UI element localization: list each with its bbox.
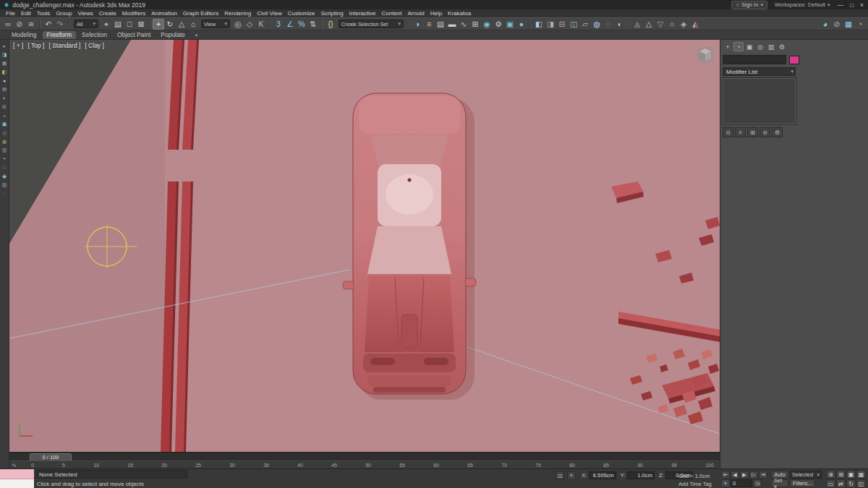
pin-stack-icon[interactable]: ⊙ [723,127,733,137]
dock-toolbar-icon[interactable]: ◨ [1,51,9,59]
ribbon-minimize-icon[interactable]: ▴ [195,32,198,38]
dock-toolbar-icon[interactable]: ▦ [1,59,9,67]
dock-toolbar-icon[interactable]: ◐ [1,94,9,102]
dock-toolbar-icon[interactable]: ⊞ [1,103,9,111]
display-panel-tab-icon[interactable]: ▥ [766,42,776,51]
use-pivot-point-center-icon[interactable]: ◎ [232,19,244,30]
make-unique-icon[interactable]: ⊞ [747,127,758,137]
motion-panel-tab-icon[interactable]: ◎ [755,42,765,51]
menu-item[interactable]: Arnold [405,10,427,17]
menu-item[interactable]: Help [427,10,445,17]
show-end-result-icon[interactable]: ≡ [735,127,746,137]
ribbon-tab-populate[interactable]: Populate [156,31,190,39]
remove-modifier-icon[interactable]: ⊖ [760,127,770,137]
dock-toolbar-icon[interactable]: □ [1,163,9,171]
minimize-button[interactable]: — [837,1,843,9]
dock-toolbar-icon[interactable]: ◒ [1,111,9,119]
menu-item[interactable]: Scripting [318,10,346,17]
custom-toolbar-icon[interactable]: ⊘ [831,19,843,30]
dock-toolbar-icon[interactable]: ◌ [1,189,9,197]
menu-item[interactable]: Interactive [346,10,379,17]
create-panel-tab-icon[interactable]: + [723,42,733,51]
open-mini-curve-editor-icon[interactable]: ∿ [12,462,17,468]
menu-item[interactable]: Content [379,10,405,17]
custom-toolbar-icon[interactable]: ◭ [689,19,701,30]
custom-toolbar-icon[interactable]: ◈ [678,19,689,30]
viewport-general-menu[interactable]: [ + ] [13,42,23,49]
select-and-rotate-icon[interactable]: ↻ [164,19,176,30]
render-production-icon[interactable]: ● [516,19,527,30]
menu-item[interactable]: Animation [148,10,180,17]
dock-toolbar-icon[interactable]: ◓ [1,155,9,163]
add-time-tag[interactable]: Add Time Tag [678,481,712,487]
curve-editor-icon[interactable]: ∿ [458,19,469,30]
snaps-toggle-icon[interactable]: 3 [273,19,284,30]
zoom-region-icon[interactable]: ▭ [826,479,835,488]
render-setup-icon[interactable]: ⚙ [493,19,504,30]
menu-item[interactable]: Civil View [254,10,285,17]
menu-item[interactable]: Views [75,10,96,17]
menu-item[interactable]: Edit [18,10,34,17]
custom-toolbar-icon[interactable]: ◫ [568,19,579,30]
y-coordinate-field[interactable]: 1.0cm [627,471,655,479]
selection-lock-toggle[interactable]: ⊡ [556,471,564,480]
maxscript-macro-row[interactable] [0,469,34,479]
dock-toolbar-icon[interactable]: ▸ [1,42,9,50]
menu-item[interactable]: Create [96,10,119,17]
zoom-extents-icon[interactable]: ▣ [846,470,856,479]
edit-named-selection-sets-icon[interactable]: {} [325,19,336,30]
key-mode-dropdown[interactable]: Selected ▾ [790,471,822,479]
dock-toolbar-icon[interactable]: ▥ [1,146,9,154]
menu-item[interactable]: Rendering [221,10,254,17]
maximize-button[interactable]: □ [850,1,854,9]
modifier-list-dropdown[interactable]: Modifier List ▾ [723,67,796,76]
set-keys-button[interactable]: + [721,479,730,487]
sign-in-button[interactable]: ○ Sign In ▾ [731,1,767,9]
modify-panel-tab-icon[interactable]: ◔ [733,42,744,51]
unlink-selection-icon[interactable]: ⊘ [14,19,25,30]
menu-item[interactable]: Modifiers [119,10,148,17]
custom-toolbar-icon[interactable]: ◌ [603,19,614,30]
hierarchy-panel-tab-icon[interactable]: ▣ [744,42,754,51]
dock-toolbar-icon[interactable]: ● [1,77,9,85]
custom-toolbar-icon[interactable]: ◔ [854,19,866,30]
custom-toolbar-icon[interactable]: ▱ [579,19,591,30]
align-icon[interactable]: ≡ [423,19,435,30]
configure-modifier-sets-icon[interactable]: ⚙ [772,127,783,137]
maximize-viewport-toggle-icon[interactable]: ◱ [856,479,866,488]
absolute-offset-mode-toggle[interactable]: ⌖ [567,471,576,480]
rectangular-selection-region-icon[interactable]: □ [124,19,135,30]
viewport-shading-menu[interactable]: [ Clay ] [85,42,103,49]
workspaces-selector[interactable]: Workspaces: Default ▾ [775,1,830,8]
selection-filter-dropdown[interactable]: All ▾ [74,20,98,28]
ribbon-tab-selection[interactable]: Selection [77,31,111,39]
custom-toolbar-icon[interactable]: ◍ [591,19,603,30]
object-name-field[interactable] [723,55,786,64]
reference-coordinate-system-dropdown[interactable]: View ▾ [201,20,230,28]
dock-toolbar-icon[interactable]: ◉ [1,172,9,180]
viewport-pov-menu[interactable]: [ Top ] [27,42,44,49]
menu-item[interactable]: File [3,10,18,17]
go-to-end-button[interactable]: ⇥ [759,471,767,479]
dock-toolbar-icon[interactable]: ◎ [1,129,9,137]
rendered-frame-window-icon[interactable]: ▣ [504,19,516,30]
toggle-ribbon-icon[interactable]: ▬ [446,19,458,30]
dock-toolbar-icon[interactable]: ▧ [1,181,9,189]
select-and-manipulate-icon[interactable]: ◇ [244,19,255,30]
select-and-link-icon[interactable]: ∞ [2,19,14,30]
zoom-all-icon[interactable]: ⊞ [836,470,846,479]
dock-toolbar-icon[interactable]: ▣ [1,120,9,128]
custom-toolbar-icon[interactable]: △ [643,19,655,30]
utilities-panel-tab-icon[interactable]: ⚙ [777,42,787,51]
maxscript-mini-listener[interactable] [0,469,34,488]
modifier-stack-list[interactable] [723,78,796,124]
angle-snap-icon[interactable]: ∠ [284,19,296,30]
menu-item[interactable]: Krakatoa [445,10,474,17]
custom-toolbar-icon[interactable]: ▽ [655,19,666,30]
current-frame-field[interactable]: 0 [731,479,752,487]
dock-toolbar-icon[interactable]: ◧ [1,68,9,76]
viewport-type-menu[interactable]: [ Standard ] [48,42,80,49]
percent-snap-icon[interactable]: % [296,19,307,30]
keyboard-shortcut-override-icon[interactable]: K [255,19,267,30]
window-crossing-toggle-icon[interactable]: ⊠ [135,19,147,30]
